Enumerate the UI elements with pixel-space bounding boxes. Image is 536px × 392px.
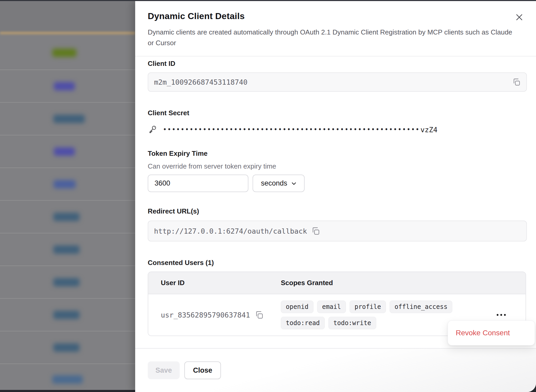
backdrop-row-divider (0, 266, 135, 266)
blurred-badge (54, 82, 75, 90)
backdrop-row-divider (0, 331, 135, 331)
copy-redirect-url-button[interactable] (311, 227, 320, 235)
row-actions-menu-button[interactable] (493, 310, 509, 319)
blurred-badge (53, 245, 79, 254)
save-button[interactable]: Save (148, 361, 180, 379)
backdrop-row-divider (0, 364, 135, 364)
scope-chip: email (317, 301, 346, 313)
blurred-badge (52, 49, 76, 57)
backdrop-topbar (0, 1, 135, 32)
row-actions-cell (493, 310, 526, 319)
table-header-row: User ID Scopes Granted (148, 272, 526, 294)
close-icon (514, 12, 524, 22)
consented-users-label: Consented Users (1) (148, 259, 527, 267)
client-id-label: Client ID (148, 60, 527, 68)
backdrop-row-divider (0, 168, 135, 168)
blurred-badge (53, 278, 79, 286)
close-button[interactable]: Close (184, 361, 221, 379)
blurred-badge (54, 180, 76, 188)
token-expiry-helper: Can override from server token expiry ti… (148, 162, 527, 170)
ellipsis-icon (496, 313, 507, 317)
modal-title: Dynamic Client Details (148, 11, 523, 21)
client-id-value: m2m_100926687453118740 (154, 78, 248, 86)
blurred-badge (54, 147, 75, 156)
close-modal-button[interactable] (514, 11, 525, 23)
user-id-value: usr_83562895790637841 (161, 311, 250, 319)
blurred-badge (53, 311, 79, 319)
copy-icon (255, 310, 264, 319)
revoke-consent-menu-item[interactable]: Revoke Consent (456, 329, 510, 337)
client-secret-label: Client Secret (148, 109, 527, 117)
user-id-cell: usr_83562895790637841 (148, 310, 281, 319)
copy-icon (512, 78, 521, 86)
blurred-badge (53, 343, 79, 352)
modal-content: Client ID m2m_100926687453118740 Client … (135, 57, 536, 348)
redirect-url-value: http://127.0.0.1:6274/oauth/callback (154, 227, 307, 235)
blurred-badge (53, 115, 85, 123)
modal-footer: Save Close (135, 348, 536, 392)
backdrop-row-divider (0, 135, 135, 135)
window-top-edge (0, 0, 536, 1)
copy-user-id-button[interactable] (255, 310, 264, 319)
backdrop-row-divider (0, 200, 135, 201)
client-secret-suffix: vzZ4 (420, 126, 437, 134)
scope-chip: openid (281, 301, 313, 313)
column-header-user-id: User ID (148, 279, 281, 287)
client-secret-mask: ••••••••••••••••••••••••••••••••••••••••… (163, 126, 420, 133)
backdrop-row-divider (0, 102, 135, 103)
redirect-url-field: http://127.0.0.1:6274/oauth/callback (148, 221, 527, 241)
modal-description: Dynamic clients are created automaticall… (148, 27, 514, 48)
client-secret-row: ••••••••••••••••••••••••••••••••••••••••… (148, 125, 527, 134)
background-app-backdrop (0, 1, 135, 390)
backdrop-row-divider (0, 298, 135, 299)
chevron-down-icon (290, 180, 297, 187)
blurred-badge (53, 213, 79, 221)
token-expiry-row: seconds (148, 175, 527, 192)
scope-chip: todo:write (328, 317, 376, 329)
row-actions-context-menu: Revoke Consent (448, 320, 535, 345)
token-expiry-input[interactable] (148, 175, 248, 192)
dynamic-client-details-modal: Dynamic Client Details Dynamic clients a… (135, 1, 536, 392)
redirect-urls-label: Redirect URL(s) (148, 207, 527, 215)
backdrop-accent-line (0, 32, 135, 34)
scope-chip: todo:read (281, 317, 325, 329)
token-expiry-label: Token Expiry Time (148, 149, 527, 158)
scope-chip: profile (350, 301, 386, 313)
client-id-field: m2m_100926687453118740 (148, 72, 527, 92)
copy-client-id-button[interactable] (512, 78, 521, 86)
backdrop-row-divider (0, 233, 135, 233)
token-expiry-unit-select[interactable]: seconds (253, 175, 305, 192)
blurred-badge (52, 375, 83, 384)
column-header-scopes-granted: Scopes Granted (281, 279, 526, 287)
scopes-granted-cell: openid email profile offline_access todo… (281, 294, 466, 336)
token-expiry-unit-value: seconds (261, 179, 287, 187)
scope-chip: offline_access (390, 301, 452, 313)
modal-header: Dynamic Client Details Dynamic clients a… (135, 1, 536, 56)
key-icon (148, 125, 157, 134)
copy-icon (311, 227, 320, 235)
backdrop-row-divider (0, 70, 135, 70)
